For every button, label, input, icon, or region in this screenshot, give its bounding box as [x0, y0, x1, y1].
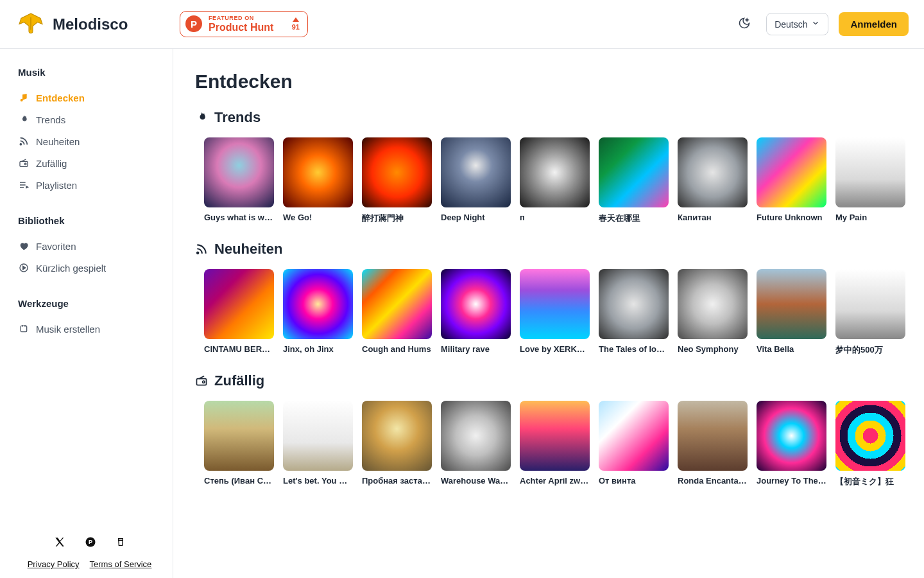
sidebar-item-zufaellig[interactable]: Zufällig [18, 152, 161, 174]
track-title: Пробная застав… [362, 476, 432, 486]
track-card[interactable]: Journey To The End [757, 401, 826, 487]
album-cover [599, 137, 669, 207]
signin-button[interactable]: Anmelden [839, 12, 909, 36]
x-twitter-icon[interactable] [54, 536, 65, 550]
album-cover [283, 269, 353, 339]
upvote-icon [293, 17, 299, 22]
section-trends: Trends Guys what is wro… We Go! 醉打蔣門神 De… [195, 109, 924, 224]
music-note-icon [18, 92, 30, 103]
coffee-icon[interactable] [116, 536, 126, 550]
product-hunt-badge[interactable]: P FEATURED ON Product Hunt 91 [180, 11, 308, 37]
track-card[interactable]: 梦中的500万 [835, 269, 905, 356]
heart-icon [18, 240, 30, 252]
track-card[interactable]: 春天在哪里 [599, 137, 669, 224]
track-title: Cough and Hums [362, 344, 432, 354]
sidebar-item-label: Neuheiten [36, 136, 80, 147]
album-cover [204, 401, 274, 471]
track-card[interactable]: The Tales of Iono… [599, 269, 669, 356]
track-title: 【初音ミク】狂 [835, 476, 905, 487]
topbar: Melodisco P FEATURED ON Product Hunt 91 … [0, 0, 924, 49]
track-card[interactable]: От винта [599, 401, 669, 487]
product-hunt-icon[interactable]: P [85, 536, 96, 550]
album-cover [835, 137, 905, 207]
sidebar-item-label: Zufällig [36, 158, 67, 169]
track-title: 醉打蔣門神 [362, 213, 432, 224]
track-card[interactable]: Ronda Encantada [678, 401, 748, 487]
svg-point-1 [21, 99, 23, 101]
track-card[interactable]: Deep Night [441, 137, 511, 224]
brand-name: Melodisco [53, 15, 128, 33]
track-card[interactable]: We Go! [283, 137, 353, 224]
radio-icon [195, 374, 208, 387]
track-title: Achter April zwei… [520, 476, 590, 486]
privacy-link[interactable]: Privacy Policy [28, 559, 80, 569]
track-card[interactable]: п [520, 137, 590, 224]
sidebar-heading-bibliothek: Bibliothek [18, 215, 161, 226]
sidebar-heading-musik: Musik [18, 67, 161, 78]
track-card[interactable]: Vita Bella [757, 269, 826, 356]
track-title: Military rave [441, 344, 511, 354]
track-card[interactable]: Guys what is wro… [204, 137, 274, 224]
track-title: Let's bet. You wo… [283, 476, 353, 486]
zufaellig-row: Степь (Иван Сур… Let's bet. You wo… Проб… [195, 401, 924, 487]
rss-icon [18, 136, 30, 147]
track-card[interactable]: Jinx, oh Jinx [283, 269, 353, 356]
sidebar-item-label: Trends [36, 114, 65, 125]
theme-toggle[interactable] [733, 13, 756, 36]
track-title: п [520, 213, 590, 222]
sidebar-item-favoriten[interactable]: Favoriten [18, 235, 161, 257]
sidebar-item-playlisten[interactable]: Playlisten [18, 174, 161, 196]
track-card[interactable]: Future Unknown [757, 137, 826, 224]
section-zufaellig: Zufällig Степь (Иван Сур… Let's bet. You… [195, 372, 924, 487]
track-card[interactable]: CINTAMU BERPI… [204, 269, 274, 356]
track-title: 春天在哪里 [599, 213, 669, 224]
neuheiten-row: CINTAMU BERPI… Jinx, oh Jinx Cough and H… [195, 269, 924, 356]
track-title: Journey To The End [757, 476, 826, 486]
logo-icon [15, 12, 46, 37]
track-title: Vita Bella [757, 344, 826, 354]
track-card[interactable]: Warehouse Wand… [441, 401, 511, 487]
sidebar-item-create-music[interactable]: Musik erstellen [18, 318, 161, 340]
track-title: Deep Night [441, 213, 511, 222]
album-cover [835, 269, 905, 339]
sidebar-group-werkzeuge: Werkzeuge Musik erstellen [18, 298, 161, 340]
flame-icon [18, 114, 30, 125]
brand[interactable]: Melodisco [15, 12, 169, 37]
track-title: Neo Symphony [678, 344, 748, 354]
album-cover [283, 137, 353, 207]
track-card[interactable]: 醉打蔣門神 [362, 137, 432, 224]
svg-point-4 [24, 163, 26, 165]
album-cover [362, 401, 432, 471]
flame-icon [195, 111, 208, 124]
track-card[interactable]: Степь (Иван Сур… [204, 401, 274, 487]
album-cover [678, 269, 748, 339]
sidebar-item-entdecken[interactable]: Entdecken [18, 87, 161, 109]
track-card[interactable]: Love by XERKXE… [520, 269, 590, 356]
track-title: CINTAMU BERPI… [204, 344, 274, 354]
track-card[interactable]: My Pain [835, 137, 905, 224]
album-cover [678, 401, 748, 471]
track-card[interactable]: 【初音ミク】狂 [835, 401, 905, 487]
track-card[interactable]: Military rave [441, 269, 511, 356]
track-card[interactable]: Neo Symphony [678, 269, 748, 356]
sidebar-item-trends[interactable]: Trends [18, 109, 161, 130]
album-cover [441, 401, 511, 471]
album-cover [520, 137, 590, 207]
radio-icon [18, 157, 30, 169]
track-title: Ronda Encantada [678, 476, 748, 486]
terms-link[interactable]: Terms of Service [90, 559, 152, 569]
sidebar-item-recent[interactable]: Kürzlich gespielt [18, 257, 161, 279]
album-cover [362, 269, 432, 339]
ph-votes: 91 [292, 17, 300, 31]
track-card[interactable]: Капитан [678, 137, 748, 224]
language-select[interactable]: Deutsch [766, 13, 828, 35]
track-card[interactable]: Cough and Hums [362, 269, 432, 356]
track-title: Guys what is wro… [204, 213, 274, 222]
sidebar-item-neuheiten[interactable]: Neuheiten [18, 130, 161, 152]
album-cover [283, 401, 353, 471]
track-card[interactable]: Achter April zwei… [520, 401, 590, 487]
sidebar-group-bibliothek: Bibliothek Favoriten Kürzlich gespielt [18, 215, 161, 279]
track-card[interactable]: Let's bet. You wo… [283, 401, 353, 487]
section-title: Zufällig [214, 372, 264, 389]
track-card[interactable]: Пробная застав… [362, 401, 432, 487]
